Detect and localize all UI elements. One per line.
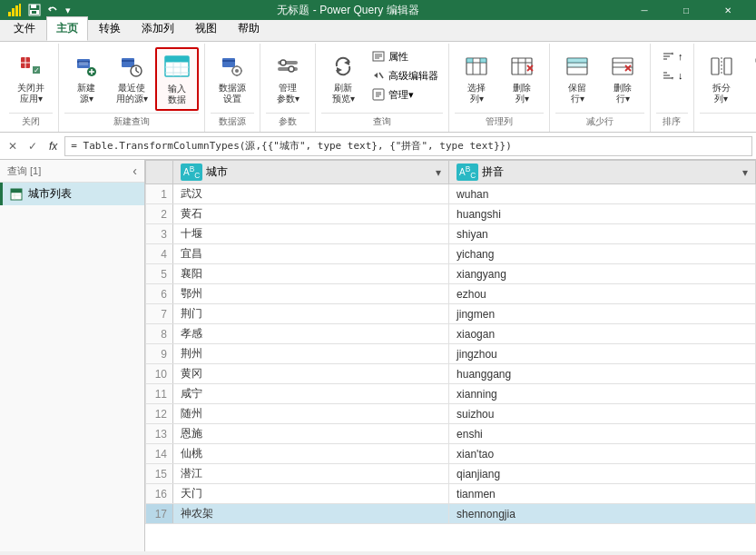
new-source-button[interactable]: 新建源▾ bbox=[64, 47, 108, 109]
svg-rect-21 bbox=[122, 60, 134, 62]
tab-transform[interactable]: 转换 bbox=[89, 16, 131, 41]
delete-columns-button[interactable]: 删除列▾ bbox=[500, 47, 544, 109]
data-source-settings-button[interactable]: 数据源设置 bbox=[211, 47, 254, 109]
properties-label: 属性 bbox=[388, 50, 408, 64]
svg-rect-1 bbox=[12, 8, 15, 16]
table-row[interactable]: 12随州suizhou bbox=[146, 404, 756, 424]
query-props-col: 属性 高级编辑器 管理▾ bbox=[367, 47, 443, 104]
ribbon-group-params: 管理参数▾ 参数 bbox=[260, 44, 316, 132]
delete-rows-label: 删除行▾ bbox=[614, 83, 632, 104]
table-row[interactable]: 13恩施enshi bbox=[146, 424, 756, 444]
maximize-button[interactable]: □ bbox=[665, 0, 707, 20]
sort-desc-button[interactable]: ↓ bbox=[656, 66, 688, 84]
table-row[interactable]: 7荆门jingmen bbox=[146, 304, 756, 324]
ribbon-group-params-content: 管理参数▾ bbox=[266, 45, 309, 111]
sort-asc-icon bbox=[661, 49, 675, 64]
city-cell: 神农架 bbox=[173, 504, 449, 524]
table-header-row: ABC 城市 ▾ ABC 拼音 ▾ bbox=[146, 161, 756, 184]
tab-file[interactable]: 文件 bbox=[4, 16, 45, 41]
pinyin-cell: jingzhou bbox=[449, 344, 756, 364]
svg-rect-20 bbox=[122, 58, 134, 67]
data-grid[interactable]: ABC 城市 ▾ ABC 拼音 ▾ 1武汉wuhan2黄石 bbox=[145, 160, 756, 551]
ribbon-group-params-label: 参数 bbox=[266, 113, 309, 130]
formula-confirm-button[interactable]: ✓ bbox=[24, 137, 42, 155]
keep-rows-button[interactable]: 保留行▾ bbox=[555, 47, 599, 109]
pinyin-cell: jingmen bbox=[449, 304, 756, 324]
pinyin-cell: huanggang bbox=[449, 364, 756, 384]
minimize-button[interactable]: ─ bbox=[623, 0, 665, 20]
city-cell: 黄冈 bbox=[173, 364, 449, 384]
city-column-header[interactable]: ABC 城市 ▾ bbox=[173, 161, 449, 184]
table-row[interactable]: 17神农架shennongjia bbox=[146, 504, 756, 524]
pinyin-col-dropdown[interactable]: ▾ bbox=[742, 166, 748, 179]
pinyin-cell: xiangyang bbox=[449, 264, 756, 284]
svg-rect-3 bbox=[19, 4, 21, 16]
tab-home[interactable]: 主页 bbox=[46, 16, 88, 41]
tab-help[interactable]: 帮助 bbox=[228, 16, 270, 41]
city-cell: 十堰 bbox=[173, 224, 449, 244]
row-number-cell: 13 bbox=[146, 424, 173, 444]
manage-query-button[interactable]: 管理▾ bbox=[367, 85, 443, 104]
ribbon-group-query-label: 查询 bbox=[321, 113, 443, 130]
pinyin-cell: xian'tao bbox=[449, 444, 756, 464]
enter-data-button[interactable]: 输入数据 bbox=[155, 47, 199, 111]
formula-input[interactable] bbox=[64, 136, 752, 156]
ribbon-group-data-source-content: 数据源设置 bbox=[211, 45, 254, 111]
query-item-city-list[interactable]: 城市列表 bbox=[0, 183, 144, 205]
ribbon-group-new-query-label: 新建查询 bbox=[64, 113, 199, 130]
pinyin-cell: huangshi bbox=[449, 204, 756, 224]
ribbon-group-query-content: 刷新预览▾ 属性 高级编辑器 bbox=[321, 45, 443, 111]
svg-rect-5 bbox=[31, 5, 36, 8]
sort-desc-icon bbox=[661, 68, 675, 83]
city-cell: 恩施 bbox=[173, 424, 449, 444]
advanced-editor-button[interactable]: 高级编辑器 bbox=[367, 66, 443, 84]
table-row[interactable]: 11咸宁xianning bbox=[146, 384, 756, 404]
table-row[interactable]: 9荆州jingzhou bbox=[146, 344, 756, 364]
sort-asc-button[interactable]: ↑ bbox=[656, 47, 688, 65]
table-row[interactable]: 1武汉wuhan bbox=[146, 184, 756, 204]
table-row[interactable]: 2黄石huangshi bbox=[146, 204, 756, 224]
city-cell: 武汉 bbox=[173, 184, 449, 204]
table-row[interactable]: 16天门tianmen bbox=[146, 484, 756, 504]
row-number-cell: 12 bbox=[146, 404, 173, 424]
table-row[interactable]: 3十堰shiyan bbox=[146, 224, 756, 244]
tab-add-column[interactable]: 添加列 bbox=[132, 16, 184, 41]
data-table: ABC 城市 ▾ ABC 拼音 ▾ 1武汉wuhan2黄石 bbox=[145, 160, 756, 524]
query-panel-collapse-button[interactable]: ‹ bbox=[133, 164, 137, 178]
table-row[interactable]: 4宜昌yichang bbox=[146, 244, 756, 264]
select-columns-label: 选择列▾ bbox=[467, 83, 486, 104]
properties-button[interactable]: 属性 bbox=[367, 47, 443, 65]
refresh-preview-button[interactable]: 刷新预览▾ bbox=[321, 47, 365, 109]
pinyin-cell: yichang bbox=[449, 244, 756, 264]
table-row[interactable]: 5襄阳xiangyang bbox=[146, 264, 756, 284]
table-row[interactable]: 15潜江qianjiang bbox=[146, 464, 756, 484]
table-row[interactable]: 10黄冈huanggang bbox=[146, 364, 756, 384]
table-row[interactable]: 6鄂州ezhou bbox=[146, 284, 756, 304]
row-number-cell: 9 bbox=[146, 344, 173, 364]
properties-icon bbox=[371, 49, 386, 64]
manage-params-button[interactable]: 管理参数▾ bbox=[266, 47, 309, 109]
enter-data-icon bbox=[162, 53, 191, 82]
ribbon-group-sort: ↑ ↓ 排序 bbox=[651, 44, 694, 132]
keep-rows-label: 保留行▾ bbox=[568, 83, 586, 104]
manage-params-icon bbox=[273, 52, 302, 81]
table-row[interactable]: 8孝感xiaogan bbox=[146, 324, 756, 344]
sort-buttons-col: ↑ ↓ bbox=[656, 47, 688, 84]
table-row[interactable]: 14仙桃xian'tao bbox=[146, 444, 756, 464]
select-columns-button[interactable]: 选择列▾ bbox=[455, 47, 498, 109]
pinyin-cell: shennongjia bbox=[449, 504, 756, 524]
group-by-button[interactable]: 分组依据 bbox=[745, 47, 757, 109]
delete-rows-button[interactable]: 删除行▾ bbox=[601, 47, 644, 109]
ribbon: ✓ 关闭并应用▾ 关闭 bbox=[0, 42, 756, 133]
close-button[interactable]: ✕ bbox=[707, 0, 749, 20]
ribbon-group-close-label: 关闭 bbox=[9, 113, 53, 130]
close-apply-button[interactable]: ✓ 关闭并应用▾ bbox=[9, 47, 53, 109]
split-column-button[interactable]: 拆分列▾ bbox=[700, 47, 743, 109]
tab-view[interactable]: 视图 bbox=[185, 16, 227, 41]
pinyin-column-header[interactable]: ABC 拼音 ▾ bbox=[449, 161, 756, 184]
keep-rows-icon bbox=[563, 52, 592, 81]
recent-sources-button[interactable]: 最近使用的源▾ bbox=[110, 47, 153, 109]
formula-cancel-button[interactable]: ✕ bbox=[4, 137, 22, 155]
city-col-dropdown[interactable]: ▾ bbox=[436, 166, 441, 179]
row-num-header bbox=[146, 161, 173, 184]
